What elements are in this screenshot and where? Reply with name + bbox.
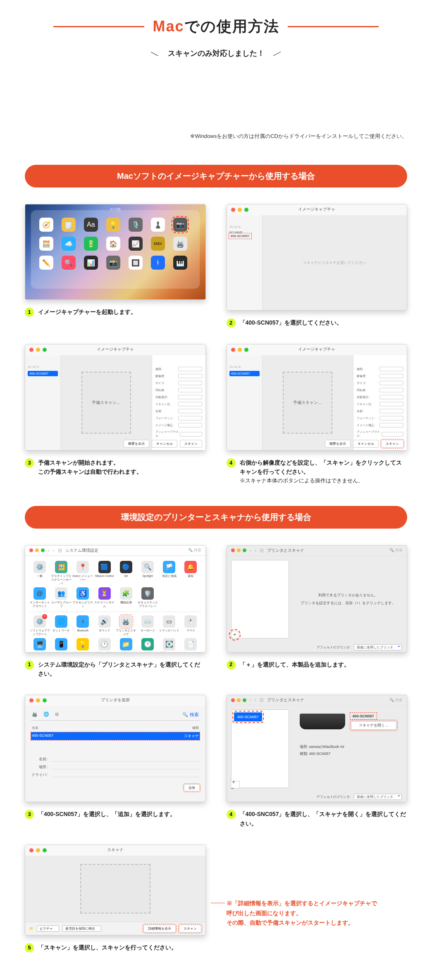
pref-item[interactable]: ♿アクセシビリティ — [72, 587, 93, 608]
app-icon[interactable]: 🔋 — [84, 237, 98, 251]
nav-back-icon[interactable]: ‹ — [48, 548, 50, 553]
app-icon[interactable]: 📊 — [84, 256, 98, 270]
pref-item[interactable]: 🏳️言語と地域 — [159, 561, 179, 586]
pref-item[interactable]: 🔍Spotlight — [137, 561, 158, 586]
scan-button[interactable]: スキャン — [180, 440, 202, 448]
default-paper-select[interactable]: A4 — [381, 802, 397, 802]
pref-item[interactable]: 🕐日付と時刻 — [94, 638, 115, 653]
search-field[interactable]: 🔍 検索 — [188, 548, 201, 553]
app-icon[interactable]: ☁️ — [62, 237, 76, 251]
app-icon[interactable]: 🎙️ — [129, 218, 143, 232]
image-capture-icon[interactable]: 📷 — [173, 218, 187, 232]
pref-item[interactable]: 📱Sidecar — [51, 638, 72, 653]
pref-item[interactable]: 🖥️ディスプレイ — [29, 638, 50, 653]
app-icon[interactable]: 🗒️ — [62, 218, 76, 232]
default-printer-select[interactable]: 最後に使用したプリンタ — [354, 644, 402, 650]
app-icon[interactable]: 🧮 — [39, 237, 53, 251]
app-icon[interactable]: ♟️ — [151, 218, 165, 232]
nav-fwd-icon[interactable]: › — [255, 697, 256, 703]
search-field[interactable]: 🔍 検索 — [182, 712, 198, 718]
page-title-row: Macでの使用方法 — [25, 17, 407, 37]
show-detail-button[interactable]: 詳細情報を表示 — [143, 925, 176, 933]
sidebar-device-item[interactable]: 400-SCN057 — [28, 371, 58, 376]
add-printer-button[interactable]: ＋ − — [231, 781, 240, 788]
pref-item[interactable]: 🔊サウンド — [94, 615, 115, 636]
s2-step5-screenshot: スキャナ 📁 ピクチャ 各項目を個別に検出 詳細情報を表示 スキャン — [25, 845, 206, 935]
open-scanner-button[interactable]: スキャナを開く… — [351, 721, 396, 730]
default-printer-select[interactable]: 最後に使用したプリンタ — [354, 794, 402, 800]
add-printer-button[interactable]: ＋ — [231, 631, 239, 639]
app-icon[interactable]: MIDI — [151, 237, 165, 251]
nav-back-icon[interactable]: ‹ — [250, 548, 251, 553]
app-icon[interactable]: 🎹 — [173, 256, 187, 270]
pref-item[interactable]: @インターネットアカウント — [29, 587, 50, 608]
pref-item[interactable]: ⌨️キーボード — [137, 615, 158, 636]
cancel-button[interactable]: キャンセル — [152, 440, 177, 448]
app-icon[interactable]: Aa — [84, 218, 98, 232]
app-icon[interactable]: 🔲 — [129, 256, 143, 270]
pref-item[interactable]: 🌐ネットワーク — [51, 615, 72, 636]
cancel-button[interactable]: キャンセル — [353, 440, 379, 448]
scan-button[interactable]: スキャン — [381, 440, 403, 448]
pref-item[interactable]: 📁共有 — [116, 638, 136, 653]
default-paper-select[interactable]: A4 — [381, 652, 397, 653]
pref-item[interactable]: 🕐Time Machine — [137, 638, 158, 653]
tab-default-icon[interactable]: 🖨️ — [32, 712, 38, 718]
name-field[interactable] — [51, 757, 200, 762]
pref-item[interactable]: 🛡️セキュリティとプライバシー — [137, 587, 158, 608]
overview-button[interactable]: 概要を表示 — [325, 440, 351, 448]
driver-field[interactable] — [51, 772, 200, 777]
size-select[interactable]: 各項目を個別に検出 — [62, 925, 101, 932]
pref-item[interactable]: 🟦Mission Control — [94, 561, 115, 586]
overview-button[interactable]: 概要を表示 — [124, 440, 149, 448]
pref-item[interactable]: 🔵Siri — [116, 561, 136, 586]
s2-step3-caption: 「400-SCN057」を選択し、「追加」を選択します。 — [38, 809, 176, 819]
search-field[interactable]: 🔍 検索 — [389, 548, 403, 553]
app-icon[interactable]: 🏠 — [106, 237, 120, 251]
pref-item[interactable]: ⚙️1ソフトウェアアップデート — [29, 615, 50, 636]
pref-item[interactable]: 💽起動ディスク — [159, 638, 179, 653]
pref-item[interactable]: ⚙️一般 — [29, 561, 50, 586]
nav-fwd-icon[interactable]: › — [53, 548, 55, 553]
nav-back-icon[interactable]: ‹ — [250, 697, 251, 703]
app-icon[interactable]: 📈 — [129, 237, 143, 251]
pref-printers-scanners[interactable]: 🖨️プリンタとスキャナ — [116, 615, 136, 636]
pref-item[interactable]: ⏳スクリーンタイム — [94, 587, 115, 608]
location-field[interactable] — [51, 764, 200, 769]
app-icon[interactable]: 🔍 — [62, 256, 76, 270]
pref-item[interactable]: 💡省エネルギー — [72, 638, 93, 653]
app-icon[interactable]: 🧭 — [39, 218, 53, 232]
pref-item[interactable]: 🖼️デスクトップとスクリーンセーバ — [51, 561, 72, 586]
app-icon[interactable]: ᚼ — [151, 256, 165, 270]
tab-ip-icon[interactable]: 🌐 — [43, 712, 49, 718]
scan-button[interactable]: スキャン — [179, 925, 201, 933]
app-icon[interactable]: ✏️ — [39, 256, 53, 270]
grid-icon[interactable]: ⊞ — [260, 548, 264, 553]
options-panel: 種類: 解像度: サイズ: 回転角: 自動選択: スキャン先: 名前: フォーマ… — [152, 355, 205, 450]
pref-item[interactable]: 📄プロファイル — [180, 638, 201, 653]
page-title: Macでの使用方法 — [153, 17, 279, 37]
pref-item[interactable]: 🔔通知 — [180, 561, 201, 586]
printer-list-item[interactable]: 400-SCN057 — [234, 712, 262, 721]
nav-fwd-icon[interactable]: › — [255, 548, 256, 553]
search-field[interactable]: 🔍 検索 — [389, 698, 403, 703]
pref-item[interactable]: ᚼBluetooth — [72, 615, 93, 636]
printer-row[interactable]: 400-SCN057スキャナ — [31, 732, 200, 740]
pref-item[interactable]: ▭トラックパッド — [159, 615, 179, 636]
grid-icon[interactable]: ⊞ — [260, 697, 264, 703]
tab-windows-icon[interactable]: ⊞ — [55, 712, 59, 718]
pref-item[interactable]: 🖱️マウス — [180, 615, 201, 636]
pref-item[interactable]: 🧩機能拡張 — [116, 587, 136, 608]
app-icon[interactable]: 🖨️ — [173, 237, 187, 251]
app-icon[interactable]: 📸 — [106, 256, 120, 270]
sidebar-device-item[interactable]: 400-SCN057 — [229, 371, 260, 376]
pref-item[interactable]: 👥ユーザとグループ — [51, 587, 72, 608]
sidebar-device-item[interactable]: 400-SCN057 — [229, 234, 251, 238]
grid-icon[interactable]: ⊞ — [58, 548, 62, 553]
add-button[interactable]: 追加 — [184, 784, 200, 791]
app-icon[interactable]: 💡 — [106, 218, 120, 232]
s1-step1-screenshot: その他 🧭 🗒️ Aa 💡 🎙️ ♟️ 📷 🧮 ☁️ 🔋 🏠 📈 — [25, 204, 206, 300]
destination-select[interactable]: ピクチャ — [37, 925, 59, 932]
pref-item[interactable]: 📍Dockとメニューバー — [72, 561, 93, 586]
s2-step4: ‹ › ⊞ プリンタとスキャナ 🔍 検索 400-SCN057 ＋ − — [227, 695, 408, 828]
